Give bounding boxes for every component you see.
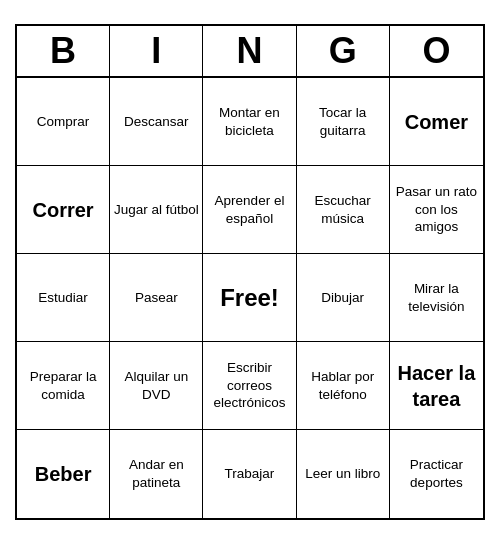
bingo-cell-3: Tocar la guitarra — [297, 78, 390, 166]
bingo-cell-18: Hablar por teléfono — [297, 342, 390, 430]
bingo-cell-17: Escribir correos electrónicos — [203, 342, 296, 430]
bingo-cell-8: Escuchar música — [297, 166, 390, 254]
header-letter-b: B — [17, 26, 110, 76]
header-letter-n: N — [203, 26, 296, 76]
bingo-cell-7: Aprender el español — [203, 166, 296, 254]
bingo-cell-10: Estudiar — [17, 254, 110, 342]
bingo-cell-19: Hacer la tarea — [390, 342, 483, 430]
bingo-cell-6: Jugar al fútbol — [110, 166, 203, 254]
header-letter-o: O — [390, 26, 483, 76]
bingo-header: BINGO — [17, 26, 483, 78]
bingo-cell-14: Mirar la televisión — [390, 254, 483, 342]
bingo-cell-0: Comprar — [17, 78, 110, 166]
bingo-cell-4: Comer — [390, 78, 483, 166]
bingo-cell-15: Preparar la comida — [17, 342, 110, 430]
bingo-grid: ComprarDescansarMontar en bicicletaTocar… — [17, 78, 483, 518]
bingo-cell-24: Practicar deportes — [390, 430, 483, 518]
bingo-cell-11: Pasear — [110, 254, 203, 342]
bingo-cell-20: Beber — [17, 430, 110, 518]
bingo-cell-5: Correr — [17, 166, 110, 254]
bingo-cell-23: Leer un libro — [297, 430, 390, 518]
bingo-cell-16: Alquilar un DVD — [110, 342, 203, 430]
bingo-cell-22: Trabajar — [203, 430, 296, 518]
bingo-cell-9: Pasar un rato con los amigos — [390, 166, 483, 254]
bingo-cell-13: Dibujar — [297, 254, 390, 342]
bingo-cell-2: Montar en bicicleta — [203, 78, 296, 166]
bingo-cell-1: Descansar — [110, 78, 203, 166]
header-letter-g: G — [297, 26, 390, 76]
bingo-cell-21: Andar en patineta — [110, 430, 203, 518]
bingo-cell-12: Free! — [203, 254, 296, 342]
bingo-card: BINGO ComprarDescansarMontar en biciclet… — [15, 24, 485, 520]
header-letter-i: I — [110, 26, 203, 76]
